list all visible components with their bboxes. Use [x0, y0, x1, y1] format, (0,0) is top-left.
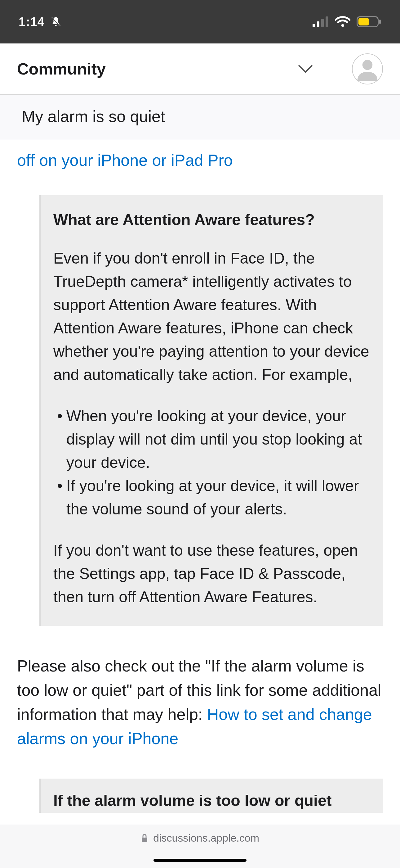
quote-list: • When you're looking at your device, yo…: [53, 404, 371, 521]
quote-heading: What are Attention Aware features?: [53, 211, 371, 229]
bullet-icon: •: [53, 474, 66, 498]
do-not-disturb-icon: [50, 16, 61, 27]
status-time: 1:14: [19, 15, 45, 29]
url-text: discussions.apple.com: [153, 832, 259, 844]
nav-bar: Community: [0, 43, 400, 95]
nav-title: Community: [17, 60, 293, 78]
svg-rect-5: [326, 17, 328, 27]
profile-avatar[interactable]: [352, 53, 383, 85]
svg-rect-8: [359, 18, 369, 26]
browser-toolbar[interactable]: discussions.apple.com: [0, 825, 400, 868]
thread-title-bar: My alarm is so quiet: [0, 95, 400, 140]
svg-point-6: [341, 24, 344, 27]
svg-rect-4: [321, 19, 324, 27]
chevron-down-icon: [296, 59, 315, 79]
status-left: 1:14: [19, 15, 61, 29]
list-item: • If you're looking at your device, it w…: [53, 474, 371, 521]
wifi-icon: [335, 16, 351, 27]
status-right: [312, 16, 381, 27]
list-item: • When you're looking at your device, yo…: [53, 404, 371, 474]
cellular-signal-icon: [312, 17, 329, 27]
lock-icon: [141, 834, 148, 842]
person-icon: [355, 57, 379, 81]
svg-point-10: [363, 60, 373, 70]
quote-paragraph: Even if you don't enroll in Face ID, the…: [53, 247, 371, 386]
bullet-icon: •: [53, 404, 66, 428]
svg-rect-9: [379, 20, 381, 24]
list-item-text: When you're looking at your device, your…: [66, 404, 371, 474]
quote-block-alarm-volume: If the alarm volume is too low or quiet: [39, 779, 383, 813]
thread-content: off on your iPhone or iPad Pro What are …: [0, 140, 400, 813]
thread-title: My alarm is so quiet: [22, 107, 165, 125]
quote-heading: If the alarm volume is too low or quiet: [53, 792, 371, 810]
quote-block-attention-aware: What are Attention Aware features? Even …: [39, 195, 383, 626]
status-bar: 1:14: [0, 0, 400, 43]
svg-rect-3: [317, 22, 320, 27]
dropdown-button[interactable]: [293, 57, 318, 81]
home-indicator[interactable]: [154, 859, 246, 862]
reply-paragraph: Please also check out the "If the alarm …: [17, 654, 383, 751]
quote-paragraph: If you don't want to use these features,…: [53, 539, 371, 609]
continued-link[interactable]: off on your iPhone or iPad Pro: [17, 151, 233, 169]
list-item-text: If you're looking at your device, it wil…: [66, 474, 371, 521]
svg-rect-2: [312, 24, 315, 27]
battery-icon: [357, 16, 381, 27]
svg-rect-11: [142, 838, 147, 842]
